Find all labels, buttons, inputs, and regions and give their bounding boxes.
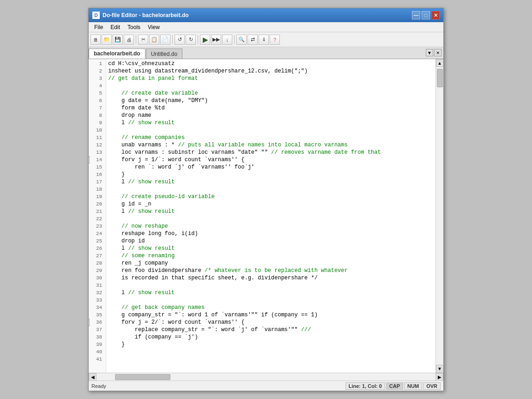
code-line-21: l // show result [108, 208, 434, 215]
code-line-34: // get back company names [108, 304, 434, 311]
line-number-20: 20 [91, 200, 104, 208]
tab-dropdown-button[interactable]: ▼ [426, 49, 433, 56]
line-number-26: 26 [91, 245, 104, 252]
help-button[interactable]: ? [270, 35, 280, 45]
code-line-39: } [108, 341, 434, 348]
close-button[interactable]: ✕ [431, 11, 440, 19]
code-line-26: l // show result [108, 245, 434, 252]
copy-button[interactable]: 📋 [149, 35, 159, 45]
line-number-29: 29 [91, 267, 104, 274]
h-scroll-track[interactable] [97, 373, 435, 381]
code-line-10 [108, 127, 434, 134]
line-number-40: 40 [91, 348, 104, 356]
code-line-29: ren foo dividendpershare /* whatever is … [108, 267, 434, 274]
line-number-41: 41 [91, 356, 104, 363]
code-line-2: insheet using datastream_dividendpershar… [108, 67, 434, 75]
code-line-36: forv j = 2/`: word count `varnams'' { [108, 319, 434, 326]
code-line-5: // create date variable [108, 90, 434, 97]
line-number-31: 31 [91, 282, 104, 289]
code-line-20: g id = _n [108, 200, 434, 208]
collapse-btn-14[interactable]: - [89, 156, 90, 163]
line-number-11: 11 [91, 134, 104, 141]
code-line-17: l // show result [108, 178, 434, 186]
status-indicators: Line: 1, Col: 0 CAP NUM OVR [345, 382, 441, 390]
code-line-1: cd H:\csv_ohnezusatz [108, 60, 434, 67]
scroll-track[interactable] [436, 67, 443, 365]
menu-bar: File Edit Tools View [89, 22, 443, 32]
redo-button[interactable]: ↻ [186, 35, 196, 45]
vertical-scrollbar[interactable]: ▲ ▼ [435, 59, 443, 373]
run-selection-button[interactable]: ▶▶ [211, 35, 221, 45]
collapse-btn-36[interactable]: - [89, 319, 90, 326]
print-button[interactable]: 🖨 [124, 35, 134, 45]
status-ready: Ready [91, 383, 106, 389]
line-number-24: 24 [91, 230, 104, 237]
find-button[interactable]: 🔍 [236, 35, 247, 45]
code-line-40 [108, 348, 434, 356]
h-scroll-thumb[interactable] [115, 374, 170, 380]
horizontal-scrollbar[interactable]: ◀ ▶ [89, 373, 443, 381]
run-all-button[interactable]: ▶ [200, 35, 210, 45]
tabs-bar: bachelorarbeit.do Untitled.do ▼ ✕ [89, 47, 443, 59]
code-line-41 [108, 356, 434, 363]
scroll-up-arrow[interactable]: ▲ [436, 59, 444, 67]
code-line-7: form date %td [108, 104, 434, 112]
code-line-33 [108, 296, 434, 304]
line-number-5: 5 [91, 90, 104, 97]
code-content[interactable]: cd H:\csv_ohnezusatzinsheet using datast… [106, 59, 435, 373]
menu-edit[interactable]: Edit [107, 23, 124, 31]
line-number-27: 27 [91, 252, 104, 260]
code-line-24: reshape long foo, i(id) [108, 230, 434, 237]
scroll-right-arrow[interactable]: ▶ [435, 373, 443, 381]
code-line-18 [108, 186, 434, 193]
line-number-22: 22 [91, 215, 104, 223]
new-button[interactable]: 🗎 [91, 35, 101, 45]
tab-untitled[interactable]: Untitled.do [146, 48, 182, 59]
scroll-down-arrow[interactable]: ▼ [436, 365, 444, 373]
open-button[interactable]: 📁 [102, 35, 112, 45]
title-bar-controls: — □ ✕ [412, 11, 440, 19]
code-line-28: ren _j company [108, 260, 434, 267]
sep1 [136, 35, 136, 44]
include-button[interactable]: ↓ [222, 35, 232, 45]
code-line-30: is recorded in that specific sheet, e.g.… [108, 274, 434, 282]
line-number-3: 3 [91, 75, 104, 82]
main-window: D Do-file Editor - bachelorarbeit.do — □… [88, 8, 444, 391]
tab-bachelorarbeit[interactable]: bachelorarbeit.do [89, 48, 145, 59]
code-line-13: loc varnams : subinstr loc varnams "date… [108, 149, 434, 156]
line-number-7: 7 [91, 104, 104, 112]
menu-tools[interactable]: Tools [124, 23, 144, 31]
minimize-button[interactable]: — [412, 11, 420, 19]
replace-button[interactable]: ⇄ [248, 35, 258, 45]
menu-file[interactable]: File [91, 23, 107, 31]
code-line-27: // some renaming [108, 252, 434, 260]
line-number-13: 13 [91, 149, 104, 156]
line-number-32: 32 [91, 289, 104, 296]
status-num: NUM [404, 382, 422, 390]
save-button[interactable]: 💾 [113, 35, 123, 45]
line-number-21: 21 [91, 208, 104, 215]
scroll-thumb[interactable] [437, 69, 443, 87]
undo-button[interactable]: ↺ [175, 35, 185, 45]
line-number-23: 23 [91, 223, 104, 230]
tab-close-button[interactable]: ✕ [434, 49, 441, 56]
line-number-16: 16 [91, 171, 104, 178]
line-number-8: 8 [91, 112, 104, 119]
status-ovr: OVR [423, 382, 441, 390]
scroll-left-arrow[interactable]: ◀ [89, 373, 97, 381]
cut-button[interactable]: ✂ [138, 35, 148, 45]
toolbar: 🗎 📁 💾 🖨 ✂ 📋 📄 ↺ ↻ ▶ ▶▶ ↓ 🔍 ⇄ ⇓ ? [89, 32, 443, 47]
code-line-22 [108, 215, 434, 223]
sep2 [172, 35, 173, 44]
paste-button[interactable]: 📄 [160, 35, 170, 45]
maximize-button[interactable]: □ [422, 11, 430, 19]
line-number-37: 37 [91, 326, 104, 333]
window-title: Do-file Editor - bachelorarbeit.do [103, 12, 189, 18]
goto-button[interactable]: ⇓ [259, 35, 269, 45]
line-number-25: 25 [91, 237, 104, 245]
menu-view[interactable]: View [144, 23, 163, 31]
sep3 [198, 35, 198, 44]
code-line-14: forv j = 1/`: word count `varnams'' { [108, 156, 434, 163]
code-line-32: l // show result [108, 289, 434, 296]
line-number-9: 9 [91, 119, 104, 127]
